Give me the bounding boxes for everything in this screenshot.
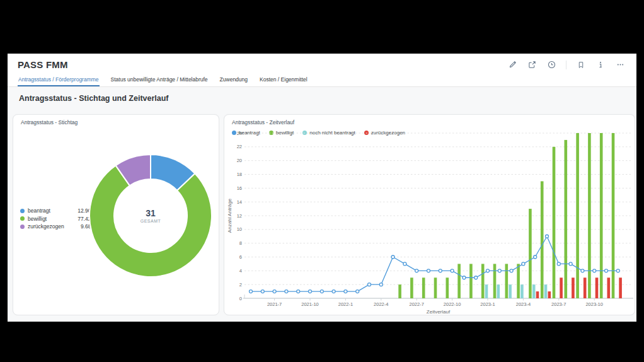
svg-text:2022-7: 2022-7 <box>410 301 424 307</box>
point-beantragt-2021-7[interactable] <box>273 290 276 293</box>
bar-bewilligt-2023-4[interactable] <box>517 264 520 298</box>
bar-bewilligt-2022-9[interactable] <box>434 277 437 298</box>
tab-zuwendung[interactable]: Zuwendung <box>219 76 248 86</box>
bar-zurückgezogen-2023-6[interactable] <box>548 291 551 298</box>
bar-bewilligt-2023-11[interactable] <box>600 133 603 298</box>
bar-bewilligt-2022-8[interactable] <box>422 277 425 298</box>
point-beantragt-2023-2[interactable] <box>498 269 501 272</box>
point-beantragt-2021-9[interactable] <box>297 290 300 293</box>
bookmark-icon[interactable] <box>576 60 586 70</box>
bar-noch-nicht-beantragt-2023-2[interactable] <box>497 284 500 298</box>
point-beantragt-2023-12[interactable] <box>616 269 619 272</box>
bar-bewilligt-2023-3[interactable] <box>505 264 509 298</box>
svg-text:Zeitverlauf: Zeitverlauf <box>427 309 451 315</box>
svg-text:22: 22 <box>237 144 242 149</box>
point-beantragt-2021-8[interactable] <box>285 290 288 293</box>
overflow-menu-icon[interactable] <box>615 60 625 70</box>
donut-chart-canvas <box>88 153 214 279</box>
export-icon[interactable] <box>527 60 537 70</box>
bar-bewilligt-2022-12[interactable] <box>469 264 473 298</box>
point-beantragt-2022-6[interactable] <box>403 262 406 266</box>
legend-label: bewilligt <box>28 216 73 222</box>
point-beantragt-2022-12[interactable] <box>474 276 478 279</box>
point-beantragt-2022-11[interactable] <box>463 276 466 279</box>
tab-antragsstatus-foerderprogramme[interactable]: Antragsstatus / Förderprogramme <box>18 76 100 86</box>
content-area: Antragsstatus - Stichtag und Zeitverlauf… <box>8 87 636 322</box>
bar-bewilligt-2023-9[interactable] <box>576 133 579 298</box>
bar-zurückgezogen-2023-8[interactable] <box>572 277 575 298</box>
point-beantragt-2022-9[interactable] <box>439 269 442 272</box>
bar-zurückgezogen-2023-7[interactable] <box>560 277 563 298</box>
bar-bewilligt-2023-6[interactable] <box>541 181 544 298</box>
svg-text:20: 20 <box>237 158 242 163</box>
legend-label: beantragt <box>28 207 73 214</box>
bar-bewilligt-2023-5[interactable] <box>529 209 532 298</box>
point-beantragt-2023-10[interactable] <box>593 269 596 272</box>
timeline-panel-title: Antragsstatus - Zeitverlauf <box>224 115 635 126</box>
point-beantragt-2022-7[interactable] <box>415 269 418 272</box>
point-beantragt-2023-5[interactable] <box>534 255 537 259</box>
bar-zurückgezogen-2023-11[interactable] <box>607 277 611 298</box>
bar-bewilligt-2022-11[interactable] <box>457 264 461 298</box>
bar-bewilligt-2023-7[interactable] <box>553 147 556 298</box>
bar-bewilligt-2022-10[interactable] <box>446 277 449 298</box>
history-icon[interactable] <box>546 60 556 70</box>
bar-bewilligt-2023-1[interactable] <box>481 264 485 298</box>
point-beantragt-2021-5[interactable] <box>250 290 253 293</box>
svg-text:2022-4: 2022-4 <box>374 301 388 307</box>
timeline-chart-canvas[interactable]: 0246810121416182022242021-72021-102022-1… <box>226 130 635 317</box>
point-beantragt-2023-9[interactable] <box>581 269 584 272</box>
point-beantragt-2023-3[interactable] <box>510 269 513 272</box>
point-beantragt-2022-4[interactable] <box>379 283 382 286</box>
bar-bewilligt-2023-2[interactable] <box>493 264 497 298</box>
point-beantragt-2022-10[interactable] <box>451 269 454 272</box>
bar-noch-nicht-beantragt-2023-5[interactable] <box>532 284 536 298</box>
svg-text:Anzahl Anträge: Anzahl Anträge <box>227 198 233 233</box>
point-beantragt-2021-6[interactable] <box>261 290 264 293</box>
point-beantragt-2022-3[interactable] <box>368 283 371 286</box>
bar-bewilligt-2023-12[interactable] <box>612 133 615 298</box>
tab-kosten-eigenmittel[interactable]: Kosten / Eigenmittel <box>259 76 308 86</box>
bar-noch-nicht-beantragt-2023-6[interactable] <box>544 284 548 298</box>
point-beantragt-2021-10[interactable] <box>309 290 312 293</box>
bar-zurückgezogen-2023-5[interactable] <box>536 291 539 298</box>
panel-antragsstatus-zeitverlauf: Antragsstatus - Zeitverlauf beantragtbew… <box>224 114 635 315</box>
donut-chart[interactable]: 31 GESAMT <box>88 153 214 279</box>
donut-slice-bewilligt[interactable] <box>89 165 212 277</box>
edit-icon[interactable] <box>507 60 517 70</box>
point-beantragt-2021-11[interactable] <box>320 290 323 293</box>
point-beantragt-2022-1[interactable] <box>344 290 347 293</box>
bar-bewilligt-2023-10[interactable] <box>588 133 591 298</box>
bar-bewilligt-2023-8[interactable] <box>565 140 568 298</box>
legend-label: zurückgezogen <box>28 223 73 230</box>
svg-text:2: 2 <box>239 282 242 288</box>
svg-text:12: 12 <box>237 213 242 219</box>
donut-legend-item-beantragt[interactable]: beantragt12.90% <box>20 207 96 215</box>
point-beantragt-2023-1[interactable] <box>486 269 490 272</box>
point-beantragt-2022-2[interactable] <box>356 290 359 293</box>
point-beantragt-2023-8[interactable] <box>569 262 572 266</box>
bar-zurückgezogen-2023-12[interactable] <box>619 277 622 298</box>
point-beantragt-2023-7[interactable] <box>557 262 560 266</box>
bar-zurückgezogen-2023-10[interactable] <box>595 277 599 298</box>
bar-noch-nicht-beantragt-2023-1[interactable] <box>485 284 488 298</box>
donut-legend-item-bewilligt[interactable]: bewilligt77.42% <box>20 215 96 223</box>
bar-noch-nicht-beantragt-2023-4[interactable] <box>520 284 524 298</box>
point-beantragt-2022-5[interactable] <box>391 255 394 259</box>
point-beantragt-2022-8[interactable] <box>427 269 430 272</box>
point-beantragt-2023-11[interactable] <box>605 269 608 272</box>
bar-bewilligt-2022-7[interactable] <box>410 277 413 298</box>
donut-legend-item-zurückgezogen[interactable]: zurückgezogen9.68% <box>20 223 96 231</box>
bar-bewilligt-2022-6[interactable] <box>398 284 401 298</box>
tab-status-unbewilligte-antraege[interactable]: Status unbewilligte Anträge / Mittelabru… <box>110 76 209 86</box>
svg-text:4: 4 <box>239 268 242 274</box>
svg-text:6: 6 <box>239 254 242 260</box>
point-beantragt-2021-12[interactable] <box>332 290 335 293</box>
point-beantragt-2023-4[interactable] <box>522 262 525 266</box>
point-beantragt-2023-6[interactable] <box>546 235 549 238</box>
header-toolbar <box>507 60 625 70</box>
bar-zurückgezogen-2023-9[interactable] <box>584 277 587 298</box>
panel-antragsstatus-stichtag: Antragsstatus - Stichtag beantragt12.90%… <box>13 114 219 315</box>
info-icon[interactable] <box>595 60 606 70</box>
bar-noch-nicht-beantragt-2023-3[interactable] <box>509 284 512 298</box>
